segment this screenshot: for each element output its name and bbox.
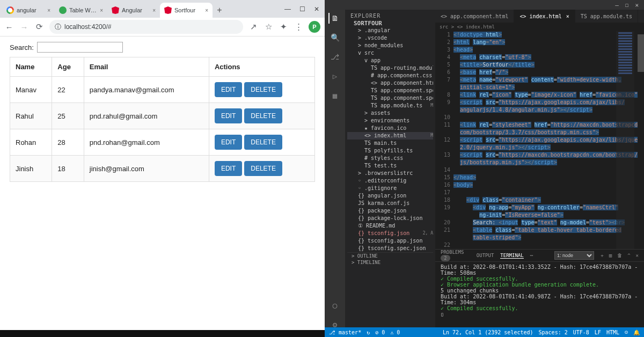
tree-item[interactable]: TS app.component.spec.ts bbox=[347, 94, 433, 102]
delete-button[interactable]: DELETE bbox=[244, 108, 282, 123]
extensions-icon[interactable]: ✦ bbox=[279, 22, 288, 32]
trash-icon[interactable]: 🗑 bbox=[617, 253, 622, 258]
code-line[interactable]: 8 <link rel="icon" type="image/x-icon" h… bbox=[435, 91, 644, 99]
tree-item[interactable]: {} tsconfig.app.json bbox=[347, 237, 433, 245]
maximize-icon[interactable]: ☐ bbox=[625, 2, 629, 9]
close-panel-icon[interactable]: ✕ bbox=[636, 253, 639, 258]
menu-icon[interactable]: ⋮ bbox=[294, 22, 303, 32]
tree-item[interactable]: JS karma.conf.js bbox=[347, 200, 433, 207]
close-icon[interactable]: ✕ bbox=[635, 2, 639, 9]
close-icon[interactable]: × bbox=[205, 8, 208, 13]
code-line[interactable]: 5 <title>Sortfour</title> bbox=[435, 61, 644, 69]
edit-button[interactable]: EDIT bbox=[215, 161, 242, 176]
scroll-thumb[interactable] bbox=[638, 34, 644, 72]
minimize-icon[interactable]: — bbox=[615, 2, 619, 9]
code-line[interactable]: 21 <table class="table table-hover table… bbox=[435, 226, 644, 234]
code-line[interactable]: 18 <div class="container"> bbox=[435, 196, 644, 204]
code-editor[interactable]: 1<!doctype html>2<html lang="en">3<head>… bbox=[435, 31, 644, 249]
tree-item[interactable]: > .browserslistrc bbox=[347, 170, 433, 177]
minimize-icon[interactable]: — bbox=[284, 5, 291, 13]
cursor-position[interactable]: Ln 72, Col 1 (2392 selected) bbox=[443, 329, 533, 335]
code-line[interactable]: com/bootstrap/3.3.7/css/bootstrap.min.cs… bbox=[435, 129, 644, 136]
code-line[interactable]: 14 bbox=[435, 166, 644, 174]
code-line[interactable]: 12 <script src="https://ajax.googleapis.… bbox=[435, 136, 644, 144]
explorer-icon[interactable]: 🗎 bbox=[328, 13, 340, 24]
delete-button[interactable]: DELETE bbox=[244, 135, 282, 150]
avatar[interactable]: P bbox=[309, 21, 320, 33]
code-line[interactable]: 16<body> bbox=[435, 181, 644, 189]
tree-item[interactable]: <> index.htmlM bbox=[347, 132, 433, 140]
maximize-panel-icon[interactable]: ^ bbox=[627, 253, 630, 258]
code-line[interactable]: initial-scale=1"> bbox=[435, 84, 644, 91]
tab-problems[interactable]: PROBLEMS 2 bbox=[441, 250, 470, 261]
editor-tab[interactable]: <> index.html× bbox=[514, 10, 575, 23]
tree-item[interactable]: TS app.module.tsM bbox=[347, 102, 433, 109]
tree-item[interactable]: TS polyfills.ts bbox=[347, 147, 433, 155]
tree-item[interactable]: > node_modules bbox=[347, 42, 433, 49]
tree-item[interactable]: > .angular bbox=[347, 27, 433, 34]
close-icon[interactable]: × bbox=[152, 8, 156, 13]
new-tab-button[interactable]: + bbox=[213, 3, 226, 18]
star-icon[interactable]: ☆ bbox=[264, 22, 273, 32]
code-line[interactable]: table-striped"> bbox=[435, 234, 644, 241]
code-line[interactable]: 2<html lang="en"> bbox=[435, 39, 644, 46]
url-field[interactable]: ⓘ localhost:4200/# bbox=[49, 20, 243, 34]
search-icon[interactable]: 🔍 bbox=[330, 32, 340, 43]
tree-item[interactable]: {} package.json bbox=[347, 207, 433, 215]
tree-item[interactable]: > environments bbox=[347, 117, 433, 124]
editor-tab[interactable]: <> app.component.html bbox=[435, 10, 514, 23]
sync-icon[interactable]: ↻ bbox=[367, 329, 370, 335]
warnings-count[interactable]: ⚠ 0 bbox=[390, 329, 400, 335]
tree-item[interactable]: v src bbox=[347, 49, 433, 57]
terminal-select[interactable]: 1: node bbox=[554, 251, 594, 260]
tab-sortfour[interactable]: Sortfour× bbox=[160, 3, 213, 18]
tab-angular[interactable]: angular× bbox=[2, 3, 55, 18]
breadcrumb[interactable]: src > <> index.html bbox=[435, 23, 644, 31]
code-line[interactable]: ng-init="IsReverse=false"> bbox=[435, 211, 644, 219]
account-icon[interactable]: ◯ bbox=[330, 300, 340, 311]
tree-item[interactable]: # styles.css bbox=[347, 155, 433, 162]
delete-button[interactable]: DELETE bbox=[244, 161, 282, 176]
close-icon[interactable]: ✕ bbox=[314, 5, 319, 13]
col-email[interactable]: Email bbox=[84, 57, 209, 77]
info-icon[interactable]: ⓘ bbox=[55, 23, 61, 32]
forward-icon[interactable]: → bbox=[19, 23, 29, 32]
scrollbar[interactable] bbox=[638, 31, 644, 249]
code-line[interactable]: 17 bbox=[435, 189, 644, 196]
eol[interactable]: LF bbox=[595, 329, 601, 335]
tab-output[interactable]: OUTPUT bbox=[477, 253, 494, 258]
tree-item[interactable]: > assets bbox=[347, 109, 433, 117]
code-line[interactable]: 4 <meta charset="utf-8"> bbox=[435, 54, 644, 61]
tree-item[interactable]: TS app-routing.module.ts bbox=[347, 64, 433, 72]
code-line[interactable]: 1<!doctype html> bbox=[435, 31, 644, 39]
tree-item[interactable]: <> app.component.html bbox=[347, 79, 433, 87]
tab-terminal[interactable]: TERMINAL bbox=[500, 253, 523, 259]
back-icon[interactable]: ← bbox=[4, 23, 14, 32]
code-line[interactable]: 6 <base href="/"> bbox=[435, 69, 644, 76]
maximize-icon[interactable]: ☐ bbox=[299, 5, 305, 13]
col-name[interactable]: Name bbox=[10, 57, 52, 77]
feedback-icon[interactable]: ☺ bbox=[625, 329, 628, 335]
code-line[interactable]: 19 <div ng-app="myApp" ng-controller="na… bbox=[435, 204, 644, 211]
tree-item[interactable]: v app bbox=[347, 57, 433, 64]
editor-tab[interactable]: TS app.module.ts bbox=[575, 10, 638, 23]
share-icon[interactable]: ↗ bbox=[248, 22, 258, 32]
errors-count[interactable]: ⊘ 0 bbox=[375, 329, 385, 335]
tree-item[interactable]: ① README.md bbox=[347, 222, 433, 230]
tree-item[interactable]: TS main.ts bbox=[347, 140, 433, 147]
tree-item[interactable]: ◦ .gitignore bbox=[347, 185, 433, 192]
close-icon[interactable]: × bbox=[566, 13, 569, 19]
col-age[interactable]: Age bbox=[52, 57, 84, 77]
bell-icon[interactable]: 🔔 bbox=[633, 329, 640, 335]
minimap[interactable] bbox=[616, 31, 634, 249]
code-line[interactable]: 2.0/jquery.min.js"></script> bbox=[435, 144, 644, 151]
tab-angularjs[interactable]: Angular× bbox=[107, 3, 160, 18]
tree-item[interactable]: > .vscode bbox=[347, 34, 433, 42]
split-terminal-icon[interactable]: ▥ bbox=[609, 253, 612, 258]
language-mode[interactable]: HTML bbox=[606, 329, 619, 335]
tree-item[interactable]: ★ favicon.ico bbox=[347, 124, 433, 132]
tree-item[interactable]: {} angular.json bbox=[347, 192, 433, 200]
git-icon[interactable]: ⎇ bbox=[330, 52, 340, 62]
tree-item[interactable]: TS test.ts bbox=[347, 162, 433, 170]
code-line[interactable]: 7 <meta name="viewport" content="width=d… bbox=[435, 76, 644, 84]
